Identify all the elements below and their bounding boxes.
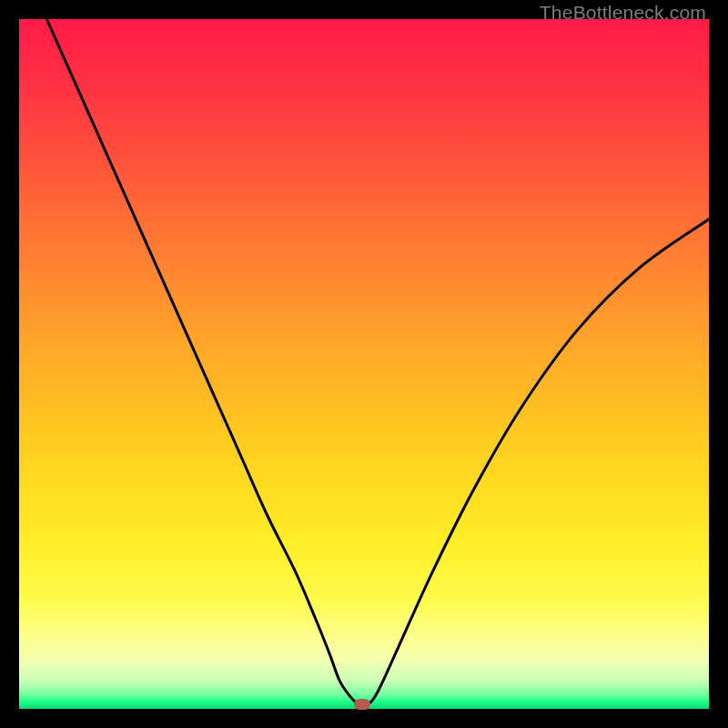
plot-area [19,19,709,709]
bottleneck-curve [19,19,709,709]
optimal-point-marker [354,699,370,710]
chart-frame: TheBottleneck.com [0,0,728,728]
